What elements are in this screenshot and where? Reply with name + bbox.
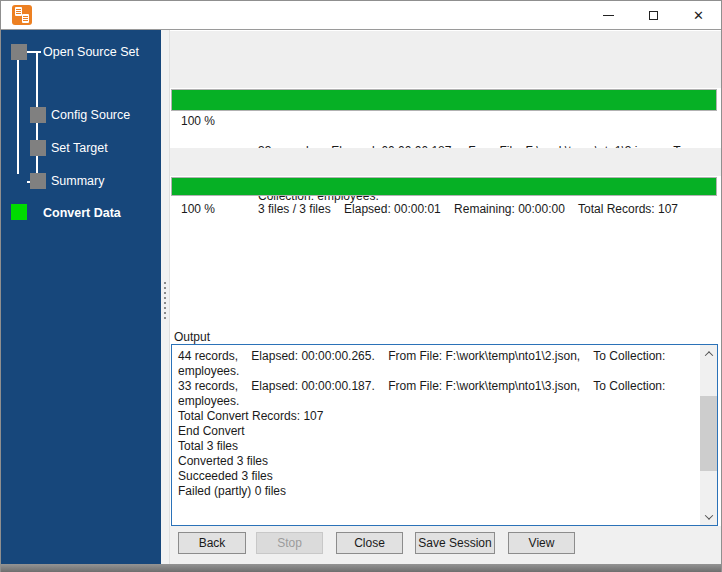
step-label: Convert Data <box>43 206 121 220</box>
log-line: Total Convert Records: 107 <box>178 409 700 424</box>
step-marker-icon <box>30 107 46 123</box>
output-label: Output <box>174 330 210 344</box>
minimize-button[interactable] <box>586 1 631 29</box>
log-line: End Convert <box>178 424 700 439</box>
convert-panel: 100 % 33 records, Elapsed: 00:00:00.187.… <box>170 30 721 564</box>
action-button-bar: Back Stop Close Save Session View <box>170 526 721 564</box>
total-progress-percent: 100 % <box>170 202 258 217</box>
app-icon <box>12 5 32 25</box>
title-bar: ✕ <box>1 1 721 30</box>
scrollbar-thumb[interactable] <box>700 396 717 471</box>
log-line: employees. <box>178 364 700 379</box>
back-button[interactable]: Back <box>178 532 246 554</box>
close-button[interactable]: ✕ <box>676 1 721 29</box>
window-controls: ✕ <box>586 1 721 29</box>
sidebar-step-open-source-set[interactable]: Open Source Set <box>1 44 161 60</box>
splitter-grip-icon <box>164 282 166 320</box>
total-progress-bar <box>171 177 717 196</box>
app-window: ✕ Open Source Set Config Source Set Targ… <box>0 0 722 572</box>
log-line: 44 records, Elapsed: 00:00:00.265. From … <box>178 349 700 364</box>
log-line: Failed (partly) 0 files <box>178 484 700 499</box>
file-progress-panel <box>170 31 721 88</box>
output-log-text: 44 records, Elapsed: 00:00:00.265. From … <box>172 345 700 525</box>
maximize-button[interactable] <box>631 1 676 29</box>
sidebar-step-set-target[interactable]: Set Target <box>1 140 161 156</box>
sidebar-step-convert-data[interactable]: Convert Data <box>1 174 161 190</box>
sidebar-splitter[interactable] <box>161 30 170 564</box>
scroll-down-button[interactable] <box>700 508 717 525</box>
window-body: Open Source Set Config Source Set Target… <box>1 30 721 564</box>
file-progress-bar <box>171 89 717 111</box>
log-line: Converted 3 files <box>178 454 700 469</box>
output-scrollbar[interactable] <box>700 345 717 525</box>
target-file-icon <box>22 14 29 23</box>
output-log-box[interactable]: 44 records, Elapsed: 00:00:00.265. From … <box>171 344 718 526</box>
close-dialog-button[interactable]: Close <box>336 532 403 554</box>
step-label: Config Source <box>51 108 130 122</box>
maximize-icon <box>649 11 658 20</box>
window-bottom-edge <box>1 564 721 572</box>
chevron-down-icon <box>704 511 712 519</box>
log-line: 33 records, Elapsed: 00:00:00.187. From … <box>178 379 700 394</box>
total-progress-text-row: 100 % 3 files / 3 files Elapsed: 00:00:0… <box>170 202 717 217</box>
stop-button: Stop <box>256 532 323 554</box>
step-marker-icon <box>11 44 27 60</box>
step-marker-icon <box>30 140 46 156</box>
log-line: employees. <box>178 394 700 409</box>
step-marker-active-icon <box>11 204 27 220</box>
view-button[interactable]: View <box>508 532 575 554</box>
log-line: Total 3 files <box>178 439 700 454</box>
total-progress-panel <box>170 148 721 176</box>
total-progress-detail: 3 files / 3 files Elapsed: 00:00:01 Rema… <box>258 202 717 217</box>
source-file-icon <box>15 7 22 16</box>
close-icon: ✕ <box>693 9 704 22</box>
step-label: Set Target <box>51 141 108 155</box>
save-session-button[interactable]: Save Session <box>415 532 495 554</box>
step-label: Open Source Set <box>43 45 139 59</box>
log-line: Succeeded 3 files <box>178 469 700 484</box>
scroll-up-button[interactable] <box>700 345 717 362</box>
sidebar-step-config-source[interactable]: Config Source <box>1 107 161 123</box>
chevron-up-icon <box>704 351 712 359</box>
minimize-icon <box>603 15 614 16</box>
wizard-sidebar: Open Source Set Config Source Set Target… <box>1 30 161 564</box>
